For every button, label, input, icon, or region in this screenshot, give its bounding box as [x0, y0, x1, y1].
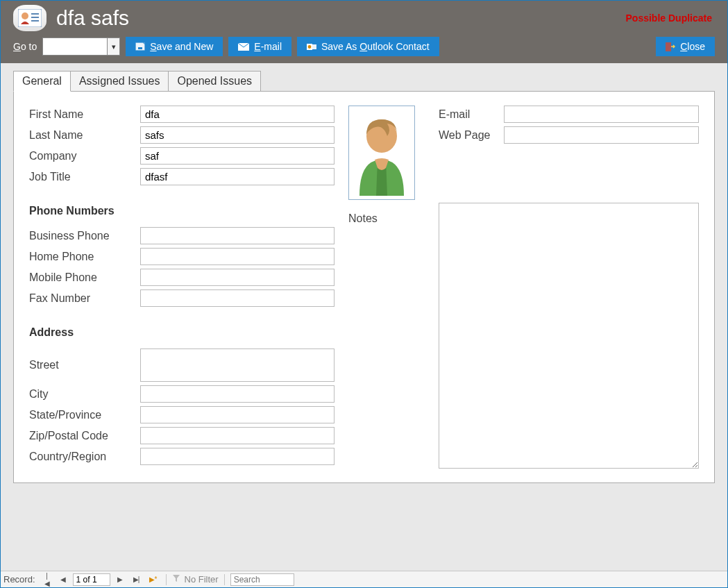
first-name-label: First Name [29, 108, 140, 121]
close-door-icon [666, 42, 675, 51]
state-input[interactable] [140, 406, 335, 423]
close-button[interactable]: Close [656, 37, 715, 56]
job-title-input[interactable] [140, 168, 335, 185]
svg-point-1 [22, 12, 28, 19]
chevron-down-icon[interactable]: ▾ [107, 38, 119, 55]
business-phone-label: Business Phone [29, 230, 140, 242]
country-label: Country/Region [29, 451, 140, 463]
business-phone-input[interactable] [140, 227, 335, 244]
contact-card-icon [13, 5, 46, 31]
nav-new-record-button[interactable] [146, 573, 160, 586]
zip-label: Zip/Postal Code [29, 430, 140, 442]
email-button[interactable]: E-mail [228, 37, 291, 56]
notes-label: Notes [348, 212, 425, 225]
state-label: State/Province [29, 409, 140, 421]
save-as-outlook-button[interactable]: Save As Outlook Contact [297, 37, 439, 56]
nav-last-button[interactable] [130, 573, 144, 586]
record-navigator: Record: No Filter [1, 571, 727, 587]
tab-general[interactable]: General [13, 71, 71, 92]
phone-section-heading: Phone Numbers [29, 205, 335, 217]
address-section-heading: Address [29, 326, 335, 339]
home-phone-label: Home Phone [29, 251, 140, 263]
web-page-label: Web Page [439, 129, 504, 142]
tab-assigned-issues[interactable]: Assigned Issues [71, 71, 169, 92]
save-and-new-button[interactable]: Save and New [126, 37, 223, 56]
street-input[interactable] [140, 348, 335, 382]
web-page-input[interactable] [504, 126, 699, 144]
svg-rect-10 [312, 44, 316, 49]
tab-strip: General Assigned Issues Opened Issues [13, 71, 715, 92]
street-label: Street [29, 359, 140, 371]
tab-panel-general: First Name Last Name Company Job Title P… [13, 91, 715, 483]
filter-text: No Filter [185, 574, 219, 585]
email-input[interactable] [504, 106, 699, 123]
notes-textarea[interactable] [439, 203, 699, 469]
svg-rect-11 [666, 42, 671, 51]
mobile-phone-input[interactable] [140, 269, 335, 286]
tab-opened-issues[interactable]: Opened Issues [169, 71, 261, 92]
city-label: City [29, 388, 140, 401]
last-name-label: Last Name [29, 129, 140, 142]
company-input[interactable] [140, 147, 335, 165]
fax-input[interactable] [140, 289, 335, 307]
separator [224, 574, 225, 585]
fax-label: Fax Number [29, 292, 140, 305]
outlook-icon [307, 42, 316, 51]
nav-prev-button[interactable] [56, 573, 70, 586]
record-search-input[interactable] [230, 573, 294, 586]
last-name-input[interactable] [140, 126, 335, 144]
goto-input[interactable] [43, 38, 107, 55]
funnel-icon [172, 574, 180, 585]
separator [166, 574, 167, 585]
goto-combobox[interactable]: ▾ [42, 37, 120, 56]
duplicate-warning: Possible Duplicate [626, 12, 715, 24]
job-title-label: Job Title [29, 171, 140, 183]
home-phone-input[interactable] [140, 248, 335, 265]
envelope-icon [238, 43, 249, 51]
first-name-input[interactable] [140, 106, 335, 123]
filter-indicator[interactable]: No Filter [172, 574, 219, 585]
nav-first-button[interactable] [40, 573, 53, 586]
page-title: dfa safs [56, 6, 129, 30]
svg-point-9 [308, 45, 312, 49]
header-bar: dfa safs Possible Duplicate Go to ▾ Save… [1, 1, 727, 63]
mobile-phone-label: Mobile Phone [29, 271, 140, 284]
record-position-input[interactable] [73, 573, 110, 586]
record-label: Record: [3, 574, 35, 585]
company-label: Company [29, 150, 140, 162]
save-icon [135, 42, 145, 51]
city-input[interactable] [140, 385, 335, 403]
nav-next-button[interactable] [113, 573, 127, 586]
email-label: E-mail [439, 108, 504, 121]
goto-label: Go to [13, 41, 37, 52]
content-area: General Assigned Issues Opened Issues Fi… [1, 63, 727, 571]
contact-photo[interactable] [348, 106, 415, 200]
zip-input[interactable] [140, 427, 335, 444]
svg-rect-6 [138, 47, 142, 49]
country-input[interactable] [140, 448, 335, 465]
